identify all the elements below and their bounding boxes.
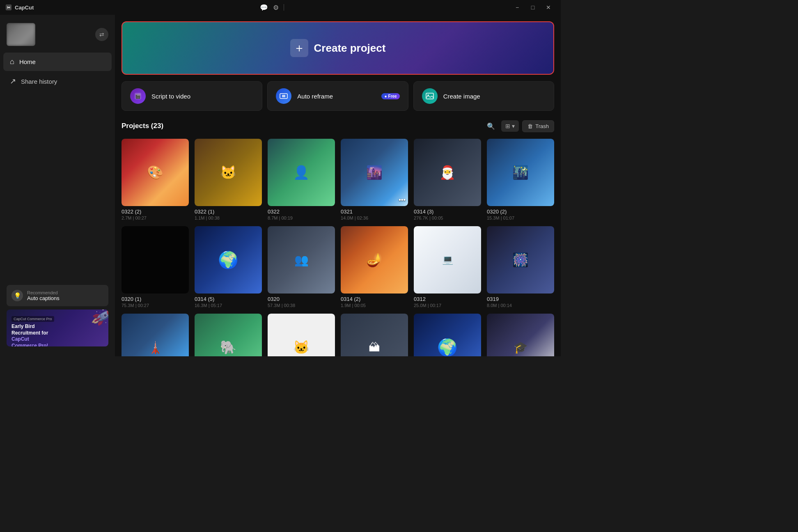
settings-icon[interactable]: ⚙ — [273, 4, 279, 11]
project-meta: 25.0M | 00:17 — [414, 303, 481, 308]
script-to-video-label: Script to video — [151, 93, 190, 100]
list-item[interactable]: 🗼 0318 — [122, 314, 189, 356]
maximize-button[interactable]: □ — [525, 2, 540, 13]
avatar[interactable] — [7, 23, 35, 46]
bulb-icon: 💡 — [11, 290, 23, 301]
trash-button[interactable]: 🗑 Trash — [522, 120, 554, 132]
feedback-icon[interactable]: 💬 — [260, 4, 268, 11]
project-meta: 14.0M | 02:36 — [341, 216, 408, 220]
project-thumbnail: 🗼 — [122, 314, 189, 356]
sidebar-profile: ⇄ — [0, 20, 115, 53]
project-name: 0314 (5) — [195, 296, 262, 302]
window-controls: − □ ✕ — [510, 2, 556, 13]
free-badge-container: ● Free — [381, 93, 399, 99]
list-item[interactable]: 🏔 0315 — [341, 314, 408, 356]
main-layout: ⇄ ⌂ Home ↗ Share history 💡 Recommended A… — [0, 15, 561, 356]
plus-icon: ＋ — [290, 39, 308, 57]
title-bar-left: ✂ CapCut — [5, 4, 34, 11]
promo-banner[interactable]: CapCut Commerce Pro Early Bird Recruitme… — [7, 310, 108, 346]
list-item[interactable]: 🌍 0314 (5) 16.3M | 05:17 — [195, 226, 262, 308]
project-thumbnail: 🎆 — [487, 226, 554, 294]
project-thumbnail: 👤 — [268, 139, 335, 206]
list-item[interactable]: 🐱 0316 — [268, 314, 335, 356]
search-icon: 🔍 — [487, 122, 495, 130]
svg-text:🎬: 🎬 — [135, 93, 141, 99]
svg-rect-5 — [282, 95, 285, 97]
list-item[interactable]: 💻 0312 25.0M | 00:17 — [414, 226, 481, 308]
project-thumbnail: 🐱 — [268, 314, 335, 356]
sidebar-bottom: 💡 Recommended Auto captions CapCut Comme… — [0, 280, 115, 351]
list-item[interactable]: 🎆 0319 8.0M | 00:14 — [487, 226, 554, 308]
project-thumbnail: 🌍 — [195, 226, 262, 294]
list-item[interactable]: 🎓 0311 — [487, 314, 554, 356]
project-meta: 276.7K | 00:05 — [414, 216, 481, 220]
list-item[interactable]: 🌃 0320 (2) 15.3M | 01:07 — [487, 139, 554, 220]
recommended-card[interactable]: 💡 Recommended Auto captions — [7, 285, 108, 306]
grid-icon: ⊞ — [505, 123, 510, 129]
tool-create-image[interactable]: Create image — [413, 81, 554, 111]
sidebar-item-share-history[interactable]: ↗ Share history — [3, 72, 112, 91]
content-area: ＋ Create project 🎬 Script to video — [115, 15, 561, 356]
project-thumbnail: 🐘 — [195, 314, 262, 356]
list-item[interactable]: 0320 (1) 75.3M | 00:27 — [122, 226, 189, 308]
recommended-label: Recommended — [27, 290, 60, 295]
project-name: 0320 — [268, 296, 335, 302]
minimize-button[interactable]: − — [510, 2, 525, 13]
create-project-label: Create project — [314, 42, 386, 55]
tool-script-to-video[interactable]: 🎬 Script to video — [122, 81, 262, 111]
project-name: 0322 — [268, 209, 335, 215]
switch-account-icon[interactable]: ⇄ — [95, 28, 108, 41]
list-item[interactable]: 🪔 0314 (2) 1.9M | 00:05 — [341, 226, 408, 308]
projects-title: Projects (23) — [122, 122, 163, 130]
project-thumbnail — [122, 226, 189, 294]
tool-auto-reframe[interactable]: Auto reframe ● Free — [267, 81, 408, 111]
project-meta: 15.3M | 01:07 — [487, 216, 554, 220]
list-item[interactable]: 🌆 ••• 0321 14.0M | 02:36 — [341, 139, 408, 220]
promo-content: CapCut Commerce Pro Early Bird Recruitme… — [11, 314, 103, 346]
close-button[interactable]: ✕ — [541, 2, 556, 13]
project-thumbnail: 🎨 — [122, 139, 189, 206]
projects-grid: 🎨 0322 (2) 2.7M | 00:27 🐱 0322 (1) 1.1M … — [122, 139, 554, 356]
project-thumbnail: 🎅 — [414, 139, 481, 206]
list-item[interactable]: 🌍 0313 — [414, 314, 481, 356]
create-project-banner[interactable]: ＋ Create project — [122, 21, 554, 75]
sidebar-item-label-share: Share history — [21, 78, 57, 85]
view-toggle-button[interactable]: ⊞ ▾ — [501, 120, 519, 132]
search-button[interactable]: 🔍 — [484, 119, 498, 133]
more-options-icon[interactable]: ••• — [399, 196, 406, 204]
auto-captions-label: Auto captions — [27, 295, 60, 301]
project-name: 0314 (3) — [414, 209, 481, 215]
trash-label: Trash — [535, 123, 549, 129]
project-name: 0322 (1) — [195, 209, 262, 215]
list-item[interactable]: 🎨 0322 (2) 2.7M | 00:27 — [122, 139, 189, 220]
project-name: 0314 (2) — [341, 296, 408, 302]
list-item[interactable]: 🐘 0317 — [195, 314, 262, 356]
project-thumbnail: 🎓 — [487, 314, 554, 356]
sidebar-item-home[interactable]: ⌂ Home — [3, 53, 112, 71]
auto-reframe-icon — [276, 88, 291, 104]
trash-icon: 🗑 — [527, 123, 533, 129]
sidebar-item-label-home: Home — [19, 58, 36, 65]
promo-logo: CapCut Commerce Pro — [11, 316, 54, 322]
project-thumbnail: 🌆 ••• — [341, 139, 408, 206]
free-badge: ● Free — [381, 93, 399, 99]
project-name: 0322 (2) — [122, 209, 189, 215]
project-name: 0312 — [414, 296, 481, 302]
list-item[interactable]: 👥 0320 57.3M | 00:38 — [268, 226, 335, 308]
create-image-label: Create image — [443, 93, 480, 100]
title-bar-icons: 💬 ⚙ — [260, 4, 284, 11]
list-item[interactable]: 🐱 0322 (1) 1.1M | 00:38 — [195, 139, 262, 220]
list-item[interactable]: 🎅 0314 (3) 276.7K | 00:05 — [414, 139, 481, 220]
app-logo: ✂ CapCut — [5, 4, 34, 11]
project-thumbnail: 💻 — [414, 226, 481, 294]
project-meta: 2.7M | 00:27 — [122, 216, 189, 220]
script-to-video-icon: 🎬 — [130, 88, 146, 104]
project-name: 0320 (1) — [122, 296, 189, 302]
create-project-button[interactable]: ＋ Create project — [290, 39, 386, 57]
sidebar-nav: ⌂ Home ↗ Share history — [0, 53, 115, 91]
project-meta: 57.3M | 00:38 — [268, 303, 335, 308]
project-meta: 8.7M | 00:19 — [268, 216, 335, 220]
list-item[interactable]: 👤 0322 8.7M | 00:19 — [268, 139, 335, 220]
tool-cards: 🎬 Script to video Auto reframe ● Free — [122, 81, 554, 111]
title-bar: ✂ CapCut 💬 ⚙ − □ ✕ — [0, 0, 561, 15]
